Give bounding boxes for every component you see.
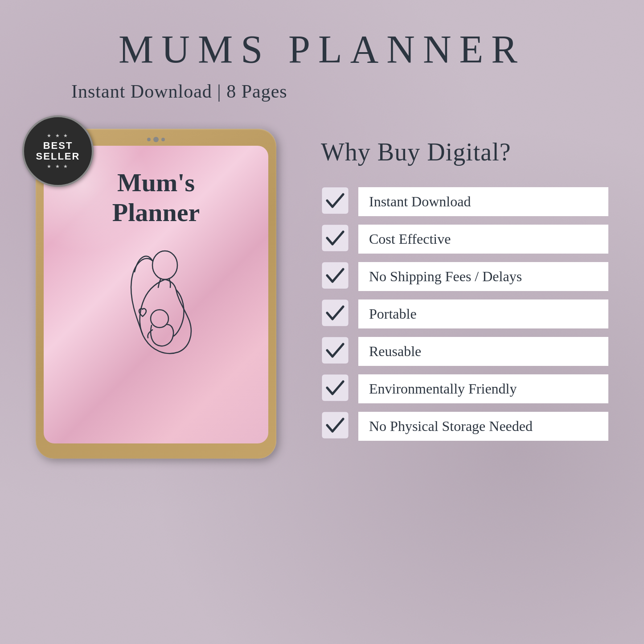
camera-dot-center	[153, 137, 159, 142]
benefit-item: Environmentally Friendly	[321, 373, 608, 404]
benefits-section: Why Buy Digital? Instant Download Cost E…	[321, 129, 608, 441]
svg-point-1	[151, 310, 168, 328]
subtitle: Instant Download | 8 Pages	[71, 81, 608, 102]
benefit-item: Instant Download	[321, 186, 608, 217]
badge-circle: ★ ★ ★ BEST SELLER ★ ★ ★	[22, 115, 94, 187]
checkbox-icon	[321, 224, 349, 254]
svg-rect-8	[322, 412, 349, 439]
tablet-section: ★ ★ ★ BEST SELLER ★ ★ ★ Mum's	[36, 129, 294, 459]
benefit-text-box: No Shipping Fees / Delays	[358, 262, 608, 291]
best-seller-badge: ★ ★ ★ BEST SELLER ★ ★ ★	[22, 115, 94, 187]
benefit-text: Instant Download	[369, 193, 471, 210]
benefit-text-box: Environmentally Friendly	[358, 374, 608, 403]
badge-text: BEST SELLER	[36, 140, 80, 162]
benefit-item: No Physical Storage Needed	[321, 411, 608, 441]
benefit-text: Cost Effective	[369, 231, 451, 247]
why-buy-title: Why Buy Digital?	[321, 138, 608, 166]
illustration-container	[107, 245, 205, 370]
checkbox-icon	[321, 186, 349, 217]
badge-stars-top: ★ ★ ★	[47, 133, 70, 139]
benefit-text-box: Portable	[358, 299, 608, 328]
benefit-item: No Shipping Fees / Delays	[321, 261, 608, 291]
checkbox-icon	[321, 411, 349, 441]
checkbox-icon	[321, 373, 349, 404]
benefit-text-box: No Physical Storage Needed	[358, 412, 608, 441]
camera-dot-right	[161, 138, 165, 141]
svg-rect-5	[322, 299, 349, 326]
svg-point-0	[152, 251, 177, 279]
camera-dot-left	[147, 138, 151, 141]
benefit-text-box: Reusable	[358, 337, 608, 366]
benefit-item: Portable	[321, 299, 608, 329]
svg-rect-6	[322, 337, 349, 364]
benefit-text: No Physical Storage Needed	[369, 418, 533, 435]
checkbox-icon	[321, 261, 349, 291]
svg-rect-4	[322, 262, 349, 289]
benefit-text-box: Cost Effective	[358, 225, 608, 254]
planner-title-tablet: Mum's Planner	[112, 168, 200, 227]
benefit-text: Environmentally Friendly	[369, 381, 517, 397]
badge-stars-bottom: ★ ★ ★	[47, 164, 70, 169]
benefit-text: No Shipping Fees / Delays	[369, 268, 522, 285]
content-row: ★ ★ ★ BEST SELLER ★ ★ ★ Mum's	[36, 129, 608, 459]
main-title: MUMS PLANNER	[36, 27, 608, 72]
benefit-text: Portable	[369, 306, 417, 322]
svg-rect-2	[322, 187, 349, 214]
tablet-screen: Mum's Planner	[44, 146, 268, 443]
benefit-item: Cost Effective	[321, 224, 608, 254]
benefit-item: Reusable	[321, 336, 608, 366]
svg-rect-3	[322, 225, 349, 251]
svg-rect-7	[322, 374, 349, 401]
benefits-list: Instant Download Cost Effective No Shipp…	[321, 186, 608, 441]
benefit-text: Reusable	[369, 343, 421, 360]
checkbox-icon	[321, 336, 349, 366]
page-wrapper: MUMS PLANNER Instant Download | 8 Pages …	[0, 0, 644, 644]
checkbox-icon	[321, 299, 349, 329]
benefit-text-box: Instant Download	[358, 187, 608, 216]
